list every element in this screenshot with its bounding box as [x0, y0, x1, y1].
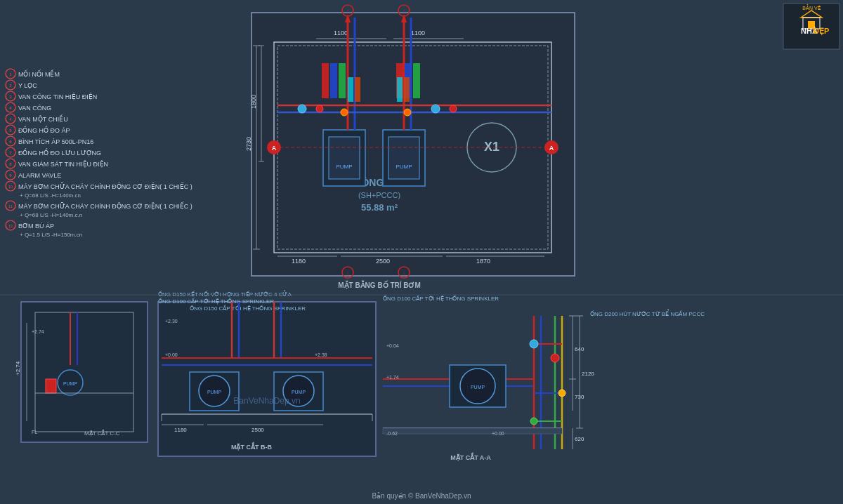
svg-rect-57: [397, 77, 403, 102]
svg-text:2500: 2500: [376, 258, 390, 265]
svg-text:FL: FL: [32, 430, 37, 435]
svg-point-48: [404, 109, 411, 116]
drawing-svg: 2730 1800 1100 1100 1180 2500 1870 PHÒNG…: [0, 0, 843, 504]
svg-text:-0.62: -0.62: [386, 431, 398, 436]
svg-text:1180: 1180: [174, 427, 187, 433]
svg-text:+2.30: +2.30: [165, 319, 178, 324]
svg-text:1870: 1870: [476, 258, 490, 265]
svg-point-46: [450, 105, 457, 112]
svg-text:↓: ↓: [346, 270, 349, 275]
svg-text:Bản quyền © BanVeNhaDep.vn: Bản quyền © BanVeNhaDep.vn: [372, 492, 471, 500]
svg-text:PUMP: PUMP: [292, 390, 306, 394]
svg-text:2500: 2500: [251, 427, 264, 433]
svg-text:PUMP: PUMP: [336, 164, 352, 170]
svg-point-43: [298, 105, 306, 113]
svg-rect-79: [46, 379, 56, 393]
svg-text:+2.74: +2.74: [15, 361, 21, 376]
svg-text:(SH+PCCC): (SH+PCCC): [358, 191, 400, 199]
svg-text:VAN CÔNG: VAN CÔNG: [18, 105, 51, 112]
svg-text:+0.00: +0.00: [165, 352, 178, 357]
svg-text:ỐNG D150 CẤP TỚI HỆ THỐNG SPRI: ỐNG D150 CẤP TỚI HỆ THỐNG SPRINKLER: [190, 305, 306, 312]
svg-text:2730: 2730: [245, 137, 252, 151]
svg-text:+1.74: +1.74: [386, 375, 399, 380]
svg-text:ĐẸP: ĐẸP: [813, 27, 829, 36]
svg-text:4: 4: [10, 117, 12, 121]
svg-point-45: [431, 105, 440, 113]
svg-text:A: A: [272, 145, 277, 152]
svg-rect-130: [383, 428, 562, 434]
svg-text:12: 12: [8, 224, 13, 228]
svg-text:1180: 1180: [292, 258, 306, 265]
svg-text:MÁY BƠM CHỮA CHÁY CHÍNH ĐỘNG C: MÁY BƠM CHỮA CHÁY CHÍNH ĐỘNG CƠ ĐIỆN( 1 …: [18, 201, 192, 210]
svg-text:10: 10: [8, 185, 13, 189]
svg-text:↑: ↑: [346, 8, 349, 13]
svg-text:VAN GIÁM SÁT TIN HIỆU ĐIỆN: VAN GIÁM SÁT TIN HIỆU ĐIỆN: [18, 160, 108, 168]
svg-text:1100: 1100: [411, 29, 425, 37]
svg-text:620: 620: [575, 436, 584, 442]
svg-text:1100: 1100: [334, 29, 348, 37]
svg-text:ĐỒNG HỒ ĐO ÁP: ĐỒNG HỒ ĐO ÁP: [18, 126, 70, 134]
svg-text:MẶT CẮT C-C: MẶT CẮT C-C: [84, 430, 120, 437]
svg-text:ĐỒNG HỒ ĐO LƯU LƯỢNG: ĐỒNG HỒ ĐO LƯU LƯỢNG: [18, 148, 101, 157]
svg-text:1800: 1800: [250, 95, 257, 109]
svg-rect-56: [355, 77, 360, 102]
svg-text:ỐNG D100 CẤP TỚI HỆ THỐNG SPRI: ỐNG D100 CẤP TỚI HỆ THỐNG SPRINKLER: [383, 295, 499, 302]
svg-rect-26: [329, 137, 360, 179]
svg-text:BẢN VẼ: BẢN VẼ: [802, 4, 820, 11]
svg-point-127: [558, 390, 566, 397]
svg-text:BanVeNhaDep.vn: BanVeNhaDep.vn: [233, 396, 300, 406]
svg-rect-71: [21, 302, 148, 442]
main-container: 2730 1800 1100 1100 1180 2500 1870 PHÒNG…: [0, 0, 843, 504]
svg-text:PUMP: PUMP: [396, 164, 412, 170]
svg-text:+2.74: +2.74: [32, 329, 44, 334]
svg-point-125: [530, 340, 538, 348]
svg-text:PUMP: PUMP: [63, 381, 78, 386]
svg-rect-29: [388, 137, 419, 179]
svg-text:↑: ↑: [403, 8, 405, 13]
svg-rect-55: [348, 77, 353, 102]
svg-text:+2.38: +2.38: [315, 352, 327, 357]
svg-point-47: [341, 109, 348, 116]
svg-text:11: 11: [8, 204, 13, 208]
svg-point-44: [316, 105, 323, 112]
svg-text:A: A: [549, 145, 554, 152]
svg-text:2120: 2120: [582, 371, 594, 377]
svg-rect-50: [330, 63, 337, 98]
svg-text:Y LỌC: Y LỌC: [18, 82, 37, 89]
svg-text:X1: X1: [484, 140, 499, 154]
svg-text:MỐI NỐI MỀM: MỐI NỐI MỀM: [18, 69, 60, 78]
svg-text:MẶT BẰNG BỐ TRÍ BƠM: MẶT BẰNG BỐ TRÍ BƠM: [338, 280, 421, 289]
svg-text:+ Q=1.5 L/S -H=150m.cn: + Q=1.5 L/S -H=150m.cn: [20, 232, 82, 238]
svg-text:BƠM BÙ ÁP: BƠM BÙ ÁP: [18, 223, 54, 230]
svg-text:55.88 m²: 55.88 m²: [361, 202, 398, 213]
svg-text:PUMP: PUMP: [471, 385, 485, 390]
svg-text:+0.00: +0.00: [492, 431, 504, 436]
svg-text:+0.04: +0.04: [386, 343, 399, 348]
svg-text:VAN MỘT CHIỀU: VAN MỘT CHIỀU: [18, 114, 68, 123]
svg-text:VAN CÔNG TIN HIỆU ĐIỆN: VAN CÔNG TIN HIỆU ĐIỆN: [18, 93, 97, 100]
svg-text:ỐNG D150 KẾT NỐI VỚI HỌNG TIẾP: ỐNG D150 KẾT NỐI VỚI HỌNG TIẾP NƯỚC 4 CỬ…: [158, 290, 292, 298]
svg-point-128: [530, 418, 537, 425]
svg-text:↓: ↓: [403, 270, 405, 275]
svg-text:ALARM VAVLE: ALARM VAVLE: [18, 172, 61, 179]
svg-rect-54: [413, 63, 420, 98]
svg-rect-49: [322, 63, 329, 98]
svg-rect-58: [404, 77, 410, 102]
svg-text:MÁY BƠM CHỮA CHÁY CHÍNH ĐỘNG C: MÁY BƠM CHỮA CHÁY CHÍNH ĐỘNG CƠ ĐIỆN( 1 …: [18, 182, 192, 190]
svg-text:+ Q=68 L/S -H=140m.c.n: + Q=68 L/S -H=140m.c.n: [20, 212, 82, 218]
svg-rect-51: [339, 63, 346, 98]
svg-text:BÌNH TÍCH ÁP 500L-PN16: BÌNH TÍCH ÁP 500L-PN16: [18, 138, 93, 145]
svg-text:ỐNG D100 CẤP TỚI HỆ THỐNG SPRI: ỐNG D100 CẤP TỚI HỆ THỐNG SPRINKLER: [158, 298, 274, 305]
svg-point-126: [551, 354, 559, 362]
svg-text:+ Q=68 L/S -H=140m.cn: + Q=68 L/S -H=140m.cn: [20, 192, 81, 199]
svg-text:PUMP: PUMP: [207, 390, 222, 394]
